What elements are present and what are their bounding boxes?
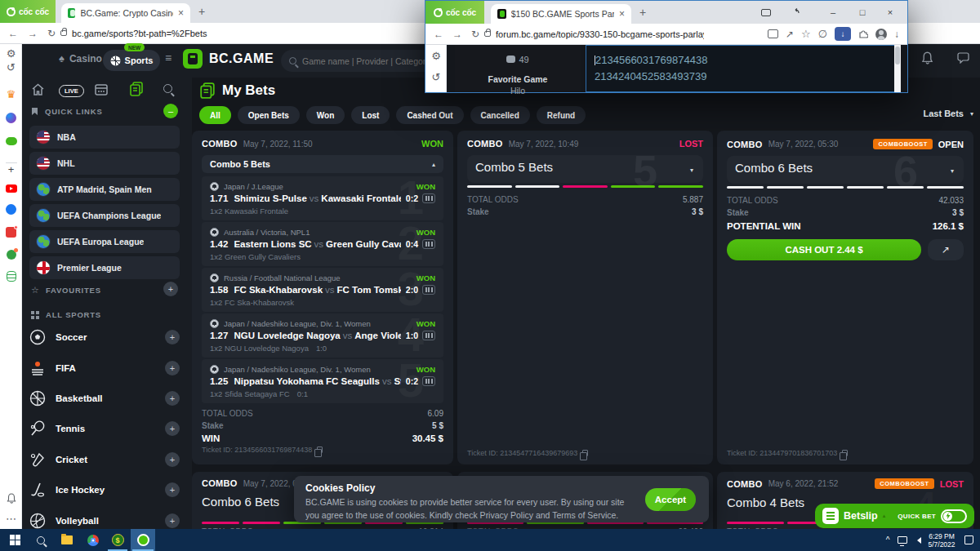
sidebar-item-nhl[interactable]: NHL — [29, 152, 180, 175]
sort-dropdown[interactable]: Last Bets ▾ — [882, 109, 973, 118]
url-text[interactable]: bc.game/sports?bt-path=%2Fbets — [72, 29, 207, 38]
accept-cookies-button[interactable]: Accept — [645, 488, 696, 511]
strip-settings-icon[interactable]: ⚙ — [425, 50, 447, 62]
forward-icon[interactable]: → — [452, 29, 462, 39]
start-button[interactable] — [3, 529, 26, 551]
cricket-add-button[interactable]: + — [165, 452, 180, 467]
sidebar-item-cricket[interactable]: Cricket + — [29, 447, 180, 472]
overlay-titlebar[interactable]: cốc cốc $150 BC.GAME Sports Parlay × + –… — [425, 1, 907, 24]
back-icon[interactable]: ← — [8, 29, 18, 38]
volume-icon[interactable] — [910, 529, 924, 551]
strip-facebook-icon[interactable] — [0, 204, 22, 217]
volleyball-add-button[interactable]: + — [165, 513, 180, 528]
close-icon[interactable]: × — [878, 1, 902, 24]
calendar-icon[interactable] — [95, 83, 108, 99]
taskbar-search-icon[interactable] — [29, 529, 52, 551]
casino-toggle[interactable]: ♠ Casino — [59, 52, 102, 64]
reload-icon[interactable]: ↻ — [471, 29, 479, 39]
coccoc-logo[interactable]: cốc cốc — [425, 1, 484, 24]
strip-add-icon[interactable]: + — [0, 163, 22, 176]
stats-icon[interactable] — [422, 239, 435, 249]
tray-chevron-icon[interactable]: ^ — [880, 529, 895, 551]
ice-hockey-add-button[interactable]: + — [165, 482, 180, 497]
url-text[interactable]: forum.bc.game/topic/9330-150-bcgame-spor… — [496, 29, 704, 39]
strip-sheet-icon[interactable] — [0, 271, 22, 284]
browser-tab-active[interactable]: BC.Game: Crypto Casino Gam × — [61, 3, 190, 23]
filter-open-bets[interactable]: Open Bets — [238, 106, 300, 124]
sidebar-item-fifa[interactable]: FIFA + — [29, 356, 180, 380]
filter-all[interactable]: All — [199, 106, 231, 124]
reload-icon[interactable]: ↻ — [47, 29, 56, 38]
sidebar-item-atp-madrid[interactable]: ATP Madrid, Spain Men — [29, 178, 180, 201]
share-bet-button[interactable]: ↗ — [928, 239, 964, 260]
bookmark-star-icon[interactable]: ☆ — [801, 29, 811, 39]
tab-close-icon[interactable]: × — [178, 8, 184, 18]
my-bets-nav-icon[interactable] — [129, 82, 144, 100]
download-button[interactable]: ↓ — [835, 27, 851, 41]
selected-text-box[interactable]: 2134566031769874438 2134240452583493739 — [586, 45, 896, 92]
header-menu-icon[interactable]: ≡ — [165, 51, 172, 64]
sports-toggle[interactable]: Sports — [103, 50, 160, 71]
filter-cancelled[interactable]: Cancelled — [470, 106, 530, 124]
pin-window-icon[interactable] — [783, 1, 808, 24]
strip-crown-icon[interactable]: ♛ — [0, 88, 22, 100]
strip-history-icon[interactable]: ↺ — [0, 61, 22, 73]
sidebar-item-nba[interactable]: NBA — [29, 126, 180, 149]
stats-icon[interactable] — [422, 193, 435, 203]
fifa-add-button[interactable]: + — [165, 361, 180, 375]
strip-messenger-icon[interactable] — [0, 113, 22, 126]
soccer-add-button[interactable]: + — [165, 330, 180, 344]
search-input[interactable] — [302, 56, 433, 66]
live-icon[interactable]: LIVE — [59, 85, 84, 97]
minimize-icon[interactable]: – — [821, 1, 845, 24]
new-tab-button[interactable]: + — [198, 6, 205, 17]
copy-icon[interactable] — [317, 447, 323, 453]
adblock-icon[interactable]: ∅ — [818, 29, 827, 39]
overlay-tab-active[interactable]: $150 BC.GAME Sports Parlay × — [491, 4, 631, 24]
stats-icon[interactable] — [422, 331, 435, 340]
sidebar-item-premier-league[interactable]: Premier League — [29, 256, 180, 279]
share-icon[interactable]: ↗ — [786, 29, 794, 39]
sidebar-item-basketball[interactable]: Basketball + — [29, 386, 180, 411]
translate-icon[interactable] — [768, 27, 778, 42]
bcgame-app-icon[interactable]: $ — [106, 529, 129, 551]
sidebar-item-soccer[interactable]: Soccer + — [29, 325, 180, 349]
coccoc-logo[interactable]: cốc cốc — [0, 0, 56, 23]
coccoc-taskbar-icon[interactable] — [131, 529, 155, 551]
strip-bell-icon[interactable] — [0, 493, 22, 506]
forward-icon[interactable]: → — [28, 29, 38, 38]
betslip-button[interactable]: Betslip ▴ QUICK BET — [815, 504, 974, 528]
extensions-icon[interactable] — [858, 27, 868, 42]
stats-icon[interactable] — [422, 285, 435, 295]
strip-settings-icon[interactable]: ⚙ — [0, 47, 22, 60]
sidebar-item-tennis[interactable]: Tennis + — [29, 416, 180, 441]
new-tab-button[interactable]: + — [639, 7, 646, 18]
chrome-icon[interactable] — [82, 529, 105, 551]
strip-youtube-icon[interactable] — [0, 183, 22, 195]
bcgame-logo-icon[interactable] — [183, 49, 203, 69]
copy-icon[interactable] — [582, 450, 588, 456]
strip-more-icon[interactable]: ⋯ — [0, 513, 22, 525]
bcgame-brand-text[interactable]: BC.GAME — [209, 51, 274, 66]
filter-cashed-out[interactable]: Cashed Out — [396, 106, 463, 124]
overlay-scrollbar[interactable] — [894, 45, 901, 92]
profile-avatar[interactable] — [875, 29, 887, 40]
copy-icon[interactable] — [842, 450, 848, 456]
sidebar-item-uefa-champions[interactable]: UEFA Champions League — [29, 204, 180, 227]
action-center-icon[interactable] — [960, 529, 977, 551]
quick-links-collapse-button[interactable]: – — [163, 104, 178, 118]
reading-list-icon[interactable] — [754, 1, 778, 24]
favourites-add-button[interactable]: + — [163, 282, 178, 296]
notifications-bell-icon[interactable] — [921, 51, 933, 68]
strip-history-icon[interactable]: ↺ — [425, 71, 447, 83]
filter-won[interactable]: Won — [306, 106, 345, 124]
strip-bcs-icon[interactable] — [0, 227, 22, 240]
stats-icon[interactable] — [422, 376, 435, 386]
network-icon[interactable] — [895, 529, 910, 551]
strip-gamepad-icon[interactable] — [0, 136, 22, 148]
chat-icon[interactable] — [957, 52, 969, 67]
file-explorer-icon[interactable] — [56, 529, 78, 551]
downloads-tray-icon[interactable]: ↓ — [894, 29, 899, 39]
clock[interactable]: 6:29 PM5/7/2022 — [924, 529, 959, 551]
quick-bet-toggle[interactable] — [941, 509, 967, 523]
